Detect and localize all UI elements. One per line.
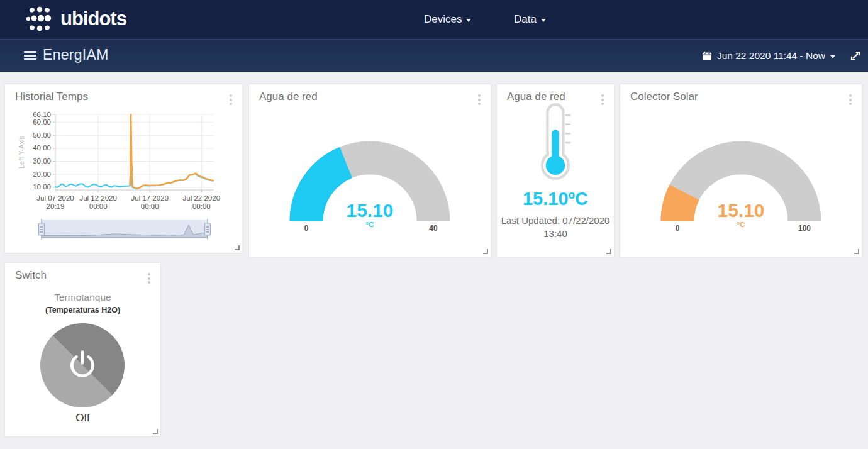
gauge-max-label: 40 [421,224,446,233]
nav-data-label: Data [514,13,537,26]
top-navbar: ubidots Devices Data [0,0,868,39]
widget-options-button[interactable] [599,92,606,108]
gauge-min-label: 0 [294,224,319,233]
svg-text:00:00: 00:00 [89,202,108,210]
nav-devices-label: Devices [424,13,462,26]
widget-switch: Switch Termotanque (Temperaturas H2O) Of… [5,263,160,436]
calendar-icon [702,51,712,61]
svg-text:Jul 07 2020: Jul 07 2020 [36,194,74,202]
widget-title: Agua de red [507,91,565,103]
svg-text:40.00: 40.00 [33,144,51,152]
resize-handle-icon[interactable] [235,245,240,250]
resize-handle-icon[interactable] [606,249,611,254]
chevron-down-icon [541,19,546,22]
chevron-down-icon [466,19,471,22]
ubidots-logo-icon [24,5,55,33]
gauge-max-label: 100 [792,224,817,233]
nav-data-menu[interactable]: Data [514,0,546,39]
widget-options-button[interactable] [227,92,235,108]
dashboard-title: EnergIAM [43,47,109,64]
svg-text:30.00: 30.00 [33,157,51,165]
hamburger-menu-icon[interactable] [24,51,36,62]
chart-navigator-slider[interactable] [36,219,213,241]
dashboard-header: EnergIAM Jun 22 2020 11:44 - Now [0,39,868,72]
line-chart[interactable]: 66.1060.0050.0040.0030.0020.0010.00Jul 0… [5,107,242,215]
widget-options-button[interactable] [145,270,153,287]
svg-text:10.00: 10.00 [33,183,51,191]
brand-name: ubidots [60,8,126,30]
widget-thermometer-agua-de-red: Agua de red 15.10ºC Last Updated: 07/22/… [497,84,614,257]
thermometer-icon [529,102,582,181]
switch-device-name: Termotanque [5,292,160,303]
svg-text:Jul 12 2020: Jul 12 2020 [79,194,116,202]
fullscreen-expand-button[interactable] [849,50,862,62]
metric-value: 15.10ºC [497,189,614,209]
svg-text:Jul 17 2020: Jul 17 2020 [131,194,169,202]
date-range-text: Jun 22 2020 11:44 - Now [717,50,825,62]
switch-state-label: Off [5,412,160,424]
widget-gauge-colector-solar: Colector Solar 15.10 °C 0 100 [620,84,862,257]
svg-text:60.00: 60.00 [33,118,51,126]
widget-title: Historial Temps [15,91,88,103]
svg-text:20.00: 20.00 [33,170,51,178]
widget-historial-temps: Historial Temps 66.1060.0050.0040.0030.0… [5,84,242,253]
chevron-down-icon [830,55,835,58]
svg-text:00:00: 00:00 [192,202,211,210]
svg-text:Left Y-Axis: Left Y-Axis [18,136,25,169]
nav-devices-menu[interactable]: Devices [424,0,471,39]
switch-variable-name: (Temperaturas H2O) [5,306,160,314]
svg-text:20:19: 20:19 [47,202,65,210]
resize-handle-icon[interactable] [483,249,488,254]
date-range-picker[interactable]: Jun 22 2020 11:44 - Now [702,40,835,72]
svg-text:50.00: 50.00 [33,131,51,139]
resize-handle-icon[interactable] [854,249,859,254]
ubidots-dashboard: ubidots Devices Data EnergIAM Jun 22 202… [0,0,868,449]
gauge-value: 15.10 [249,200,491,221]
widget-gauge-agua-de-red: Agua de red 15.10 °C 0 40 [249,84,491,257]
gauge-unit: °C [249,221,491,228]
gauge-unit: °C [620,221,862,228]
power-icon [66,348,99,383]
resize-handle-icon[interactable] [153,429,158,434]
svg-text:Jul 22 2020: Jul 22 2020 [183,194,220,202]
expand-arrows-icon [849,50,862,62]
power-toggle-button[interactable] [40,323,125,407]
svg-text:00:00: 00:00 [141,202,159,210]
gauge-value: 15.10 [620,200,862,221]
widget-title: Switch [15,269,47,282]
ubidots-logo[interactable]: ubidots [24,5,126,33]
gauge-min-label: 0 [665,224,690,233]
svg-text:66.10: 66.10 [33,111,51,118]
last-updated-text: Last Updated: 07/22/2020 13:40 [497,214,614,240]
